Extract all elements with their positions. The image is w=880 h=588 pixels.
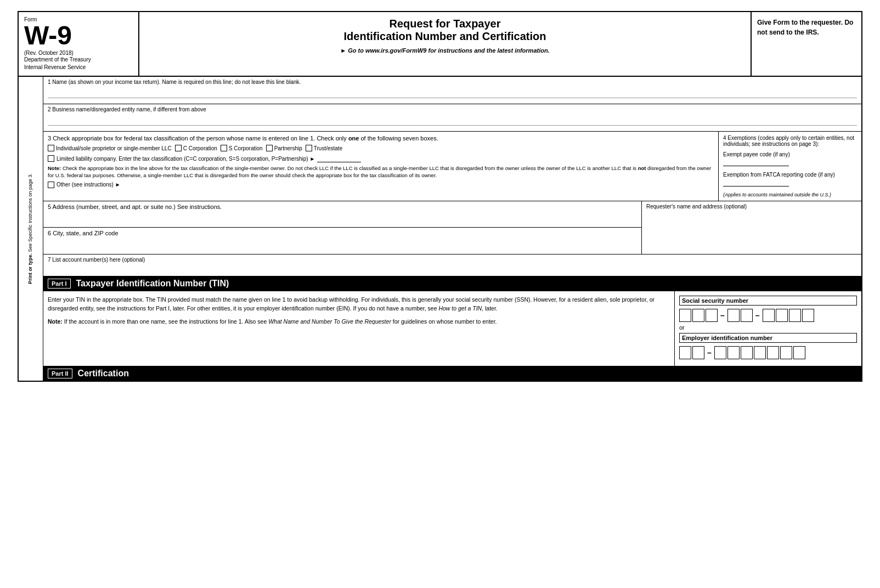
sub-title: Identification Number and Certification <box>150 30 740 43</box>
ssn-group1 <box>679 309 718 322</box>
section3-label-start: 3 Check appropriate box for federal tax … <box>48 135 348 142</box>
line5-label: 5 Address (number, street, and apt. or s… <box>48 203 637 210</box>
requester-label: Requester's name and address (optional) <box>646 203 857 210</box>
ein-cell-1[interactable] <box>679 346 691 359</box>
ein-group1 <box>679 346 704 359</box>
individual-label: Individual/sole proprietor or single-mem… <box>56 145 172 151</box>
sidebar-print: Print or type. <box>27 253 33 284</box>
line1-section: 1 Name (as shown on your income tax retu… <box>43 77 861 104</box>
ssn-dash2: – <box>754 311 761 320</box>
line1-label: 1 Name (as shown on your income tax retu… <box>48 79 857 85</box>
line7-section: 7 List account number(s) here (optional) <box>43 255 861 276</box>
trust-checkbox[interactable] <box>306 145 312 151</box>
ein-boxes: – <box>679 346 857 359</box>
part1-label: Part I <box>48 279 71 289</box>
ein-cell-5[interactable] <box>741 346 753 359</box>
llc-input[interactable] <box>317 155 361 162</box>
goto-text: Go to <box>348 47 365 54</box>
body-area: Print or type. See Specific Instructions… <box>19 77 861 381</box>
llc-checkbox[interactable] <box>48 155 54 162</box>
fatca-label: Exemption from FATCA reporting code (if … <box>723 172 857 178</box>
part1-note3: for guidelines on whose number to enter. <box>393 318 497 325</box>
requester-section: Requester's name and address (optional) <box>642 201 861 254</box>
classification-boxes: Individual/sole proprietor or single-mem… <box>48 145 714 151</box>
ssn-cell-4[interactable] <box>727 309 740 322</box>
line7-input[interactable] <box>48 263 857 273</box>
fatca-input[interactable] <box>723 179 789 186</box>
part1-body: Enter your TIN in the appropriate box. T… <box>43 291 861 366</box>
part1-note-para: Note: If the account is in more than one… <box>48 318 670 326</box>
part2-header: Part II Certification <box>43 366 861 381</box>
ssn-cell-5[interactable] <box>741 309 753 322</box>
exempt-input[interactable] <box>723 159 789 166</box>
ein-cell-9[interactable] <box>793 346 805 359</box>
line1-input[interactable] <box>48 87 857 98</box>
part1-desc-text: Enter your TIN in the appropriate box. T… <box>48 296 655 312</box>
ein-group2 <box>714 346 805 359</box>
exempt-label: Exempt payee code (if any) <box>723 151 857 157</box>
ssn-cell-8[interactable] <box>789 309 801 322</box>
ssn-dash1: – <box>719 311 726 320</box>
header-left: Form W-9 (Rev. October 2018) Department … <box>19 12 139 76</box>
note-not: not <box>638 165 646 171</box>
ssn-cell-7[interactable] <box>776 309 788 322</box>
partnership-checkbox[interactable] <box>266 145 273 151</box>
header-right: Give Form to the requester. Do not send … <box>752 12 861 76</box>
goto-arrow: ► <box>340 47 346 54</box>
ssn-cell-6[interactable] <box>763 309 775 322</box>
ein-cell-6[interactable] <box>754 346 766 359</box>
ein-cell-3[interactable] <box>714 346 726 359</box>
ein-cell-7[interactable] <box>767 346 779 359</box>
part1-note2: If the account is in more than one name,… <box>64 318 268 325</box>
form-header: Form W-9 (Rev. October 2018) Department … <box>19 12 861 77</box>
ein-cell-8[interactable] <box>780 346 792 359</box>
section3-one: one <box>348 135 359 142</box>
part1-header: Part I Taxpayer Identification Number (T… <box>43 276 861 291</box>
part1-what-name: What Name and Number To Give the Request… <box>268 318 391 325</box>
line2-label: 2 Business name/disregarded entity name,… <box>48 106 857 112</box>
sidebar-see: See Specific Instructions on page 3. <box>27 173 33 252</box>
ein-cell-4[interactable] <box>727 346 740 359</box>
ssn-group3 <box>763 309 814 322</box>
ein-cell-2[interactable] <box>692 346 704 359</box>
ein-label: Employer identification number <box>679 333 857 343</box>
header-center: Request for Taxpayer Identification Numb… <box>139 12 752 76</box>
form-w: W-9 <box>24 22 72 49</box>
trust-label: Trust/estate <box>314 145 342 151</box>
ssn-label: Social security number <box>679 296 857 306</box>
ssn-cell-2[interactable] <box>692 309 704 322</box>
line5-section: 5 Address (number, street, and apt. or s… <box>43 201 641 228</box>
goto-line: ► Go to www.irs.gov/FormW9 for instructi… <box>150 47 740 54</box>
other-line: Other (see instructions) ► <box>48 182 714 188</box>
form-number: W-9 <box>24 22 133 49</box>
part1-desc2: later. <box>483 305 498 312</box>
s-corp-checkbox-item: S Corporation <box>221 145 263 151</box>
section-34: 3 Check appropriate box for federal tax … <box>43 132 861 201</box>
ein-dash1: – <box>706 348 713 357</box>
section3-label: 3 Check appropriate box for federal tax … <box>48 135 714 142</box>
ssn-cell-9[interactable] <box>802 309 814 322</box>
dept-treasury: Department of the Treasury <box>24 56 133 64</box>
line6-section: 6 City, state, and ZIP code <box>43 228 641 254</box>
ssn-cell-3[interactable] <box>706 309 718 322</box>
section-4: 4 Exemptions (codes apply only to certai… <box>719 132 861 201</box>
line2-section: 2 Business name/disregarded entity name,… <box>43 104 861 132</box>
sidebar-text: Print or type. See Specific Instructions… <box>27 173 34 284</box>
individual-checkbox[interactable] <box>48 145 54 151</box>
part1-description: Enter your TIN in the appropriate box. T… <box>43 291 675 366</box>
partnership-checkbox-item: Partnership <box>266 145 302 151</box>
or-text: or <box>679 324 857 331</box>
s-corp-checkbox[interactable] <box>221 145 227 151</box>
ssn-cell-1[interactable] <box>679 309 691 322</box>
ssn-boxes: – – <box>679 309 857 322</box>
c-corp-checkbox[interactable] <box>175 145 182 151</box>
line2-input[interactable] <box>48 115 857 126</box>
other-checkbox[interactable] <box>48 182 54 188</box>
applies-text: (Applies to accounts maintained outside … <box>723 192 857 197</box>
main-title: Request for Taxpayer <box>150 18 740 30</box>
s-corp-label: S Corporation <box>229 145 263 151</box>
sidebar: Print or type. See Specific Instructions… <box>19 77 43 381</box>
part1-tin: Social security number – <box>675 291 861 366</box>
c-corp-checkbox-item: C Corporation <box>175 145 217 151</box>
section-56: 5 Address (number, street, and apt. or s… <box>43 201 861 255</box>
